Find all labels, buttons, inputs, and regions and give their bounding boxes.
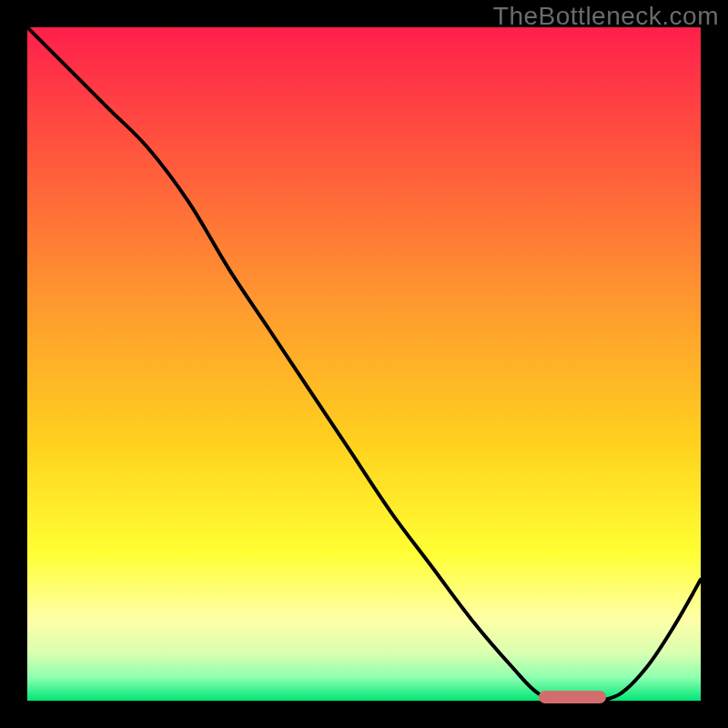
bottleneck-curve <box>27 27 701 701</box>
chart-frame: TheBottleneck.com <box>0 0 728 728</box>
plot-area <box>27 27 701 701</box>
optimal-range-marker <box>539 691 606 703</box>
curve-path <box>27 27 701 701</box>
